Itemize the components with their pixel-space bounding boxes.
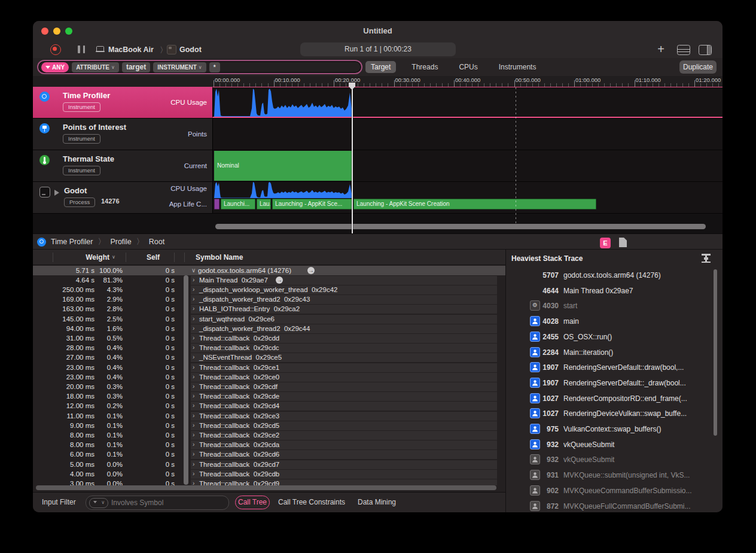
life-segment[interactable]: Launching - AppKit Scene Creation [353, 199, 596, 209]
points-of-interest-lane[interactable] [212, 118, 723, 150]
device-name[interactable]: MacBook Air [108, 45, 154, 54]
chevron-collapsed-icon[interactable]: › [193, 364, 194, 370]
breadcrumb-item[interactable]: Root [149, 238, 164, 246]
stack-entry[interactable]: 4644Main Thread 0x29ae7 [506, 284, 723, 297]
timeline-ruler[interactable]: 00:00.00000:10.00000:20.00000:30.00000:4… [33, 76, 723, 87]
track-header-time-profiler[interactable]: Time Profiler Instrument CPU Usage [33, 87, 212, 118]
chevron-collapsed-icon[interactable]: › [193, 412, 194, 419]
stack-entry[interactable]: 932vkQueueSubmit [506, 453, 723, 466]
chevron-collapsed-icon[interactable]: › [193, 335, 194, 341]
chevron-collapsed-icon[interactable]: › [193, 296, 194, 302]
chevron-collapsed-icon[interactable]: › [193, 325, 194, 332]
track-filter-field[interactable]: ANYATTRIBUTE∨targetINSTRUMENT∨* [37, 60, 362, 74]
chevron-collapsed-icon[interactable]: › [193, 305, 194, 312]
chevron-collapsed-icon[interactable]: › [193, 276, 194, 283]
chevron-collapsed-icon[interactable]: › [193, 480, 194, 485]
table-row[interactable]: 27.00 ms0.4%0 s›_NSEventThread 0x29ce5 [33, 353, 505, 363]
godot-process-lane[interactable]: Launchi...Lau...Launching - AppKit Sce..… [212, 182, 723, 213]
table-row[interactable]: 4.64 s81.3%0 s›Main Thread 0x29ae7→ [33, 275, 505, 285]
chevron-collapsed-icon[interactable]: › [193, 315, 194, 322]
breadcrumb-item[interactable]: Time Profiler [51, 238, 93, 246]
chevron-collapsed-icon[interactable]: › [193, 354, 194, 360]
timeline-horizontal-scrollbar[interactable] [215, 224, 706, 229]
stack-entry[interactable]: 931MVKQueue::submit(unsigned int, VkS... [506, 469, 723, 482]
life-segment[interactable]: Launching - AppKit Sce... [272, 199, 352, 209]
track-header-thermal-state[interactable]: Thermal State Instrument Current [33, 150, 212, 181]
table-row[interactable]: 5.00 ms0.0%0 s›Thread::callback 0x29cd7 [33, 460, 505, 469]
time-profiler-lane[interactable] [212, 87, 723, 118]
column-header-symbol-name[interactable]: Symbol Name [196, 253, 243, 262]
table-row[interactable]: 23.00 ms0.4%0 s›Thread::callback 0x29ce0 [33, 372, 505, 382]
chevron-expanded-icon[interactable]: ∨ [191, 267, 196, 274]
table-row[interactable]: 20.00 ms0.3%0 s›Thread::callback 0x29cdf [33, 382, 505, 391]
focus-arrow-icon[interactable]: → [307, 267, 315, 274]
table-row[interactable]: 28.00 ms0.4%0 s›Thread::callback 0x29cdc [33, 344, 505, 353]
stack-entry[interactable]: 975VulkanContext::swap_buffers() [506, 423, 723, 436]
life-segment[interactable]: Launchi... [221, 199, 255, 209]
stack-entry[interactable]: 1027RenderingDeviceVulkan::swap_buffe... [506, 407, 723, 420]
breadcrumb-item[interactable]: Profile [110, 238, 131, 246]
table-row[interactable]: 3.00 ms0.0%0 s›Thread::callback 0x29cd9 [33, 479, 505, 485]
filter-options-icon[interactable]: ∨ [89, 498, 108, 508]
thermal-state-block[interactable]: Nominal [214, 151, 352, 181]
data-mining-button[interactable]: Data Mining [358, 498, 396, 506]
stack-entry[interactable]: 4028main [506, 315, 723, 328]
table-row[interactable]: 250.00 ms4.3%0 s›_dispatch_workloop_work… [33, 285, 505, 294]
life-segment-purple[interactable] [214, 199, 220, 209]
filter-token-target[interactable]: target [122, 62, 150, 72]
call-tree-constraints-button[interactable]: Call Tree Constraints [278, 498, 345, 506]
table-row[interactable]: 31.00 ms0.5%0 s›Thread::callback 0x29cdd [33, 333, 505, 343]
stack-entry[interactable]: 932vkQueueSubmit [506, 438, 723, 451]
table-row[interactable]: 163.00 ms2.8%0 s›HALB_IOThread::Entry 0x… [33, 305, 505, 314]
disclosure-triangle-icon[interactable] [54, 190, 59, 196]
focus-arrow-icon[interactable]: → [276, 276, 283, 284]
filter-token-any[interactable]: ANY [41, 62, 69, 72]
tab-instruments[interactable]: Instruments [493, 61, 542, 73]
stack-entry[interactable]: 872MVKQueueFullCommandBufferSubmi... [506, 500, 723, 513]
extended-detail-button[interactable]: E [600, 238, 611, 248]
document-detail-button[interactable] [619, 238, 627, 247]
table-horizontal-scrollbar[interactable] [36, 485, 496, 490]
duplicate-button[interactable]: Duplicate [679, 60, 717, 74]
table-row[interactable]: 23.00 ms0.4%0 s›Thread::callback 0x29ce1 [33, 363, 505, 372]
stack-entry[interactable]: 1907RenderingServerDefault::_draw(bool..… [506, 376, 723, 390]
stack-entry[interactable]: ⚙4030start [506, 299, 723, 312]
table-row[interactable]: 145.00 ms2.5%0 s›start_wqthread 0x29ce6 [33, 314, 505, 324]
toggle-bottom-pane-button[interactable] [677, 45, 690, 55]
chevron-collapsed-icon[interactable]: › [193, 344, 194, 351]
life-segment[interactable]: Lau... [257, 199, 271, 209]
table-row[interactable]: 5.71 s100.0%0 s∨godot.osx.tools.arm64 (1… [33, 266, 505, 275]
stack-entry[interactable]: 1907RenderingServerDefault::draw(bool,..… [506, 361, 723, 374]
stack-entry[interactable]: 2455OS_OSX::run() [506, 330, 723, 344]
record-button[interactable] [50, 44, 61, 55]
chevron-collapsed-icon[interactable]: › [193, 451, 194, 457]
table-row[interactable]: 169.00 ms2.9%0 s›_dispatch_worker_thread… [33, 295, 505, 305]
stack-entry[interactable]: 902MVKQueueCommandBufferSubmissio... [506, 484, 723, 497]
add-instrument-button[interactable]: + [654, 42, 668, 57]
table-row[interactable]: 8.00 ms0.1%0 s›Thread::callback 0x29ce2 [33, 430, 505, 440]
chevron-collapsed-icon[interactable]: › [193, 402, 194, 409]
track-header-points-of-interest[interactable]: Points of Interest Instrument Points [33, 118, 212, 150]
playhead-line[interactable] [352, 83, 353, 233]
table-row[interactable]: 9.00 ms0.1%0 s›Thread::callback 0x29cd5 [33, 421, 505, 430]
chevron-collapsed-icon[interactable]: › [193, 432, 194, 438]
table-row[interactable]: 18.00 ms0.3%0 s›Thread::callback 0x29cde [33, 392, 505, 402]
chevron-collapsed-icon[interactable]: › [193, 393, 194, 399]
table-row[interactable]: 6.00 ms0.1%0 s›Thread::callback 0x29cd6 [33, 450, 505, 460]
stack-entry[interactable]: 1027RendererCompositorRD::end_frame(... [506, 392, 723, 405]
call-tree-button[interactable]: Call Tree [235, 496, 270, 509]
chevron-collapsed-icon[interactable]: › [193, 441, 194, 448]
track-header-godot[interactable]: Godot Process 14276 CPU Usage App Life C… [33, 182, 212, 213]
chevron-collapsed-icon[interactable]: › [193, 286, 194, 293]
table-row[interactable]: 4.00 ms0.0%0 s›Thread::callback 0x29cdb [33, 469, 505, 479]
toggle-right-pane-button[interactable] [699, 45, 712, 55]
thermal-state-lane[interactable]: Nominal [212, 150, 723, 181]
collapse-stack-icon[interactable] [702, 254, 711, 263]
filter-token-[interactable]: * [209, 62, 220, 72]
filter-token-attribute[interactable]: ATTRIBUTE∨ [72, 62, 119, 72]
column-header-weight[interactable]: Weight [57, 253, 109, 262]
tab-cpus[interactable]: CPUs [453, 61, 483, 73]
stack-entry[interactable]: 5707godot.osx.tools.arm64 (14276) [506, 269, 723, 282]
chevron-collapsed-icon[interactable]: › [193, 383, 194, 390]
chevron-collapsed-icon[interactable]: › [193, 461, 194, 467]
